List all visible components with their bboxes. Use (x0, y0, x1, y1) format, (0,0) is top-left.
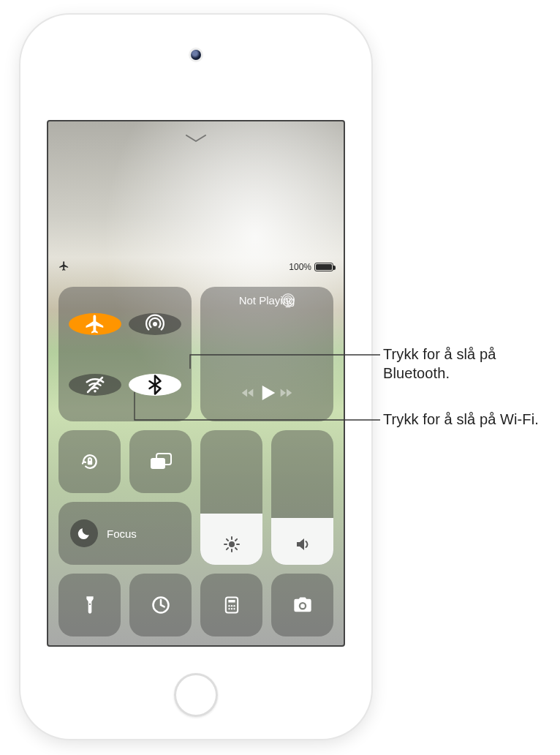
callout-wifi: Trykk for å slå på Wi-Fi. (383, 410, 547, 429)
callout-bluetooth: Trykk for å slå på Bluetooth. (383, 345, 547, 383)
